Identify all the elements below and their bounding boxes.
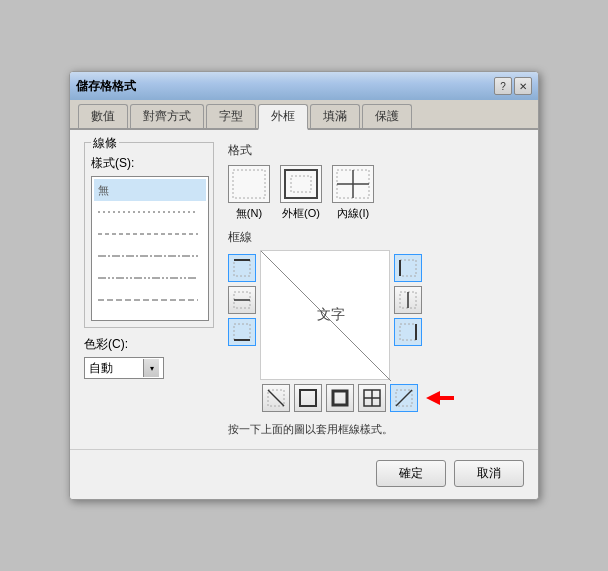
left-panel: 線條 樣式(S): 無 bbox=[84, 142, 214, 437]
color-row: 色彩(C): bbox=[84, 336, 214, 353]
line-group-label: 線條 bbox=[91, 135, 119, 152]
tab-numbers[interactable]: 數值 bbox=[78, 104, 128, 128]
color-dropdown-arrow[interactable]: ▾ bbox=[143, 359, 159, 377]
border-btn-middle-h[interactable] bbox=[228, 286, 256, 314]
line-style-solid-thin[interactable] bbox=[94, 311, 206, 321]
line-style-dash-dot[interactable] bbox=[94, 245, 206, 267]
border-btn-middle-v[interactable] bbox=[394, 286, 422, 314]
tab-alignment[interactable]: 對齊方式 bbox=[130, 104, 204, 128]
svg-rect-9 bbox=[285, 170, 317, 198]
cancel-button[interactable]: 取消 bbox=[454, 460, 524, 487]
border-bottom-buttons bbox=[262, 384, 524, 412]
format-outline-label: 外框(O) bbox=[282, 206, 320, 221]
svg-rect-8 bbox=[233, 170, 265, 198]
dialog-title: 儲存格格式 bbox=[76, 78, 136, 95]
svg-rect-25 bbox=[400, 324, 416, 340]
line-style-dotted2[interactable] bbox=[94, 223, 206, 245]
svg-rect-18 bbox=[234, 324, 250, 340]
svg-line-35 bbox=[396, 390, 412, 406]
line-style-dashed[interactable] bbox=[94, 289, 206, 311]
format-inner-icon[interactable] bbox=[332, 165, 374, 203]
border-btn-all[interactable] bbox=[358, 384, 386, 412]
svg-rect-37 bbox=[440, 396, 454, 400]
color-label: 色彩(C): bbox=[84, 336, 128, 353]
svg-rect-30 bbox=[333, 391, 347, 405]
border-btn-bottom[interactable] bbox=[228, 318, 256, 346]
svg-rect-29 bbox=[300, 390, 316, 406]
help-button[interactable]: ? bbox=[494, 77, 512, 95]
border-btn-diag-down[interactable] bbox=[262, 384, 290, 412]
border-left-buttons bbox=[228, 254, 256, 346]
format-outline-icon[interactable] bbox=[280, 165, 322, 203]
border-btn-thick-box[interactable] bbox=[326, 384, 354, 412]
svg-marker-36 bbox=[426, 391, 440, 405]
tab-border[interactable]: 外框 bbox=[258, 104, 308, 130]
border-btn-diag-up[interactable] bbox=[390, 384, 418, 412]
format-none-label: 無(N) bbox=[236, 206, 262, 221]
tab-protect[interactable]: 保護 bbox=[362, 104, 412, 128]
close-button[interactable]: ✕ bbox=[514, 77, 532, 95]
tab-content: 線條 樣式(S): 無 bbox=[70, 130, 538, 449]
dialog-footer: 確定 取消 bbox=[70, 449, 538, 499]
color-value: 自動 bbox=[89, 360, 143, 377]
line-style-dash-dot-dot[interactable] bbox=[94, 267, 206, 289]
format-boxes: 無(N) 外框(O) bbox=[228, 165, 524, 221]
title-bar: 儲存格格式 ? ✕ bbox=[70, 72, 538, 100]
right-panel: 格式 無(N) bbox=[228, 142, 524, 437]
ok-button[interactable]: 確定 bbox=[376, 460, 446, 487]
svg-rect-14 bbox=[234, 260, 250, 276]
color-dropdown[interactable]: 自動 ▾ bbox=[84, 357, 164, 379]
tab-font[interactable]: 字型 bbox=[206, 104, 256, 128]
line-style-dotted1[interactable] bbox=[94, 201, 206, 223]
dialog: 儲存格格式 ? ✕ 數值 對齊方式 字型 外框 填滿 保護 線條 樣式(S): … bbox=[69, 71, 539, 500]
red-arrow bbox=[426, 384, 454, 412]
hint-text: 按一下上面的圖以套用框線樣式。 bbox=[228, 422, 524, 437]
svg-rect-21 bbox=[400, 260, 416, 276]
tab-fill[interactable]: 填滿 bbox=[310, 104, 360, 128]
border-right-buttons bbox=[394, 254, 422, 346]
border-preview[interactable]: 文字 bbox=[260, 250, 390, 380]
border-btn-outer[interactable] bbox=[294, 384, 322, 412]
border-section-label: 框線 bbox=[228, 229, 524, 246]
format-outline: 外框(O) bbox=[280, 165, 322, 221]
style-label: 樣式(S): bbox=[91, 155, 207, 172]
svg-line-28 bbox=[268, 390, 284, 406]
format-label: 格式 bbox=[228, 142, 524, 159]
format-none: 無(N) bbox=[228, 165, 270, 221]
border-btn-right[interactable] bbox=[394, 318, 422, 346]
border-btn-left[interactable] bbox=[394, 254, 422, 282]
title-bar-buttons: ? ✕ bbox=[494, 77, 532, 95]
border-btn-top[interactable] bbox=[228, 254, 256, 282]
format-none-icon[interactable] bbox=[228, 165, 270, 203]
tab-bar: 數值 對齊方式 字型 外框 填滿 保護 bbox=[70, 100, 538, 130]
format-inner: 內線(I) bbox=[332, 165, 374, 221]
format-inner-label: 內線(I) bbox=[337, 206, 369, 221]
line-style-list[interactable]: 無 bbox=[91, 176, 209, 321]
border-preview-text: 文字 bbox=[317, 306, 345, 324]
line-style-none[interactable]: 無 bbox=[94, 179, 206, 201]
